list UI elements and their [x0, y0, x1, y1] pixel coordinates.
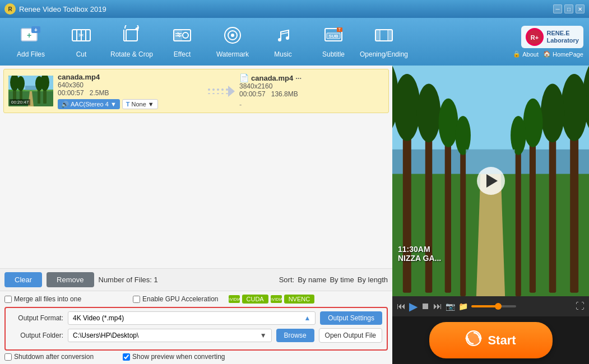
- nvenc-button[interactable]: NVENC: [284, 295, 315, 304]
- effect-icon: [172, 25, 192, 48]
- output-file-icon: 📄: [239, 73, 249, 82]
- toolbar-music[interactable]: Music: [258, 21, 308, 63]
- thumb-inner: 00:20:47: [8, 76, 53, 106]
- toolbar-rotate-crop[interactable]: Rotate & Crop: [106, 21, 157, 63]
- open-output-button[interactable]: Open Output File: [319, 328, 382, 343]
- svg-text:+: +: [27, 31, 31, 40]
- homepage-link[interactable]: 🏠 HomePage: [543, 50, 583, 58]
- input-filename: canada.mp4: [58, 73, 202, 81]
- browse-button[interactable]: Browse: [276, 329, 314, 342]
- toolbar-opening-ending[interactable]: Opening/Ending: [359, 21, 409, 63]
- start-button[interactable]: Start: [429, 322, 553, 358]
- sort-by-time[interactable]: By time: [330, 276, 354, 284]
- start-section: Start: [392, 316, 589, 364]
- svg-point-25: [286, 36, 289, 40]
- left-panel: 00:20:47 canada.mp4 640x360 00:00:57 2.5…: [0, 66, 392, 364]
- watermark-icon: [222, 25, 243, 48]
- about-link[interactable]: 🔒 About: [513, 50, 539, 58]
- preview-checkbox[interactable]: [123, 353, 130, 361]
- fullscreen-button[interactable]: ⛶: [576, 301, 585, 311]
- close-button[interactable]: ✕: [576, 4, 585, 13]
- start-icon: [465, 330, 482, 351]
- cuda-button[interactable]: CUDA: [242, 295, 268, 304]
- shutdown-checkbox[interactable]: [4, 353, 12, 361]
- output-dash: -: [239, 100, 242, 109]
- file-thumbnail: 00:20:47: [8, 76, 53, 106]
- subtitle-label: Subtitle: [322, 50, 345, 58]
- cut-icon: ✂: [71, 25, 91, 48]
- volume-thumb: [495, 303, 502, 310]
- clear-button[interactable]: Clear: [4, 272, 42, 287]
- skip-forward-button[interactable]: ⏭: [433, 301, 442, 311]
- subtitle-t-icon: T: [126, 101, 130, 108]
- toolbar-watermark[interactable]: Watermark: [207, 21, 258, 63]
- gpu-checkbox[interactable]: [133, 296, 140, 303]
- toolbar-cut[interactable]: ✂ Cut: [56, 21, 106, 63]
- output-filename: canada.mp4: [251, 74, 293, 82]
- format-row: Output Format: 4K Video (*.mp4) ▲ Output…: [10, 311, 382, 325]
- maximize-button[interactable]: □: [564, 4, 573, 13]
- svg-point-76: [561, 74, 587, 141]
- minimize-button[interactable]: ─: [553, 4, 562, 13]
- title-bar: R Renee Video Toolbox 2019 ─ □ ✕: [0, 0, 589, 18]
- svg-rect-34: [388, 30, 392, 41]
- format-label: Output Format:: [10, 314, 63, 322]
- skip-back-button[interactable]: ⏮: [397, 301, 406, 311]
- home-icon: 🏠: [543, 50, 551, 58]
- svg-point-24: [278, 38, 281, 41]
- sort-by-length[interactable]: By length: [358, 276, 388, 284]
- overlay-line2: NIZZA GA...: [398, 254, 441, 263]
- merge-checkbox-label[interactable]: Merge all files into one: [4, 295, 81, 303]
- subtitle-select-button[interactable]: T None ▼: [122, 99, 158, 109]
- play-pause-button[interactable]: ▶: [409, 300, 418, 313]
- input-dims: 640x360: [58, 81, 202, 89]
- svg-text:R+: R+: [530, 34, 538, 41]
- output-filename-row: 📄 canada.mp4 ···: [239, 73, 384, 82]
- svg-rect-40: [25, 86, 36, 90]
- svg-point-23: [231, 34, 234, 37]
- file-input-info: canada.mp4 640x360 00:00:57 2.5MB 🔊 AAC(…: [58, 73, 202, 109]
- remove-button[interactable]: Remove: [47, 272, 94, 287]
- audio-select-button[interactable]: 🔊 AAC(Stereo 4 ▼: [58, 99, 120, 109]
- audio-icon: 🔊: [61, 101, 69, 108]
- add-files-label: Add Files: [17, 50, 45, 58]
- bottom-controls: Clear Remove Number of Files: 1 Sort: By…: [0, 268, 392, 291]
- video-overlay-text: 11:30AM NIZZA GA...: [398, 245, 441, 263]
- lock-icon: 🔒: [513, 50, 521, 58]
- sort-label: Sort:: [279, 276, 294, 284]
- output-settings-button[interactable]: Output Settings: [320, 311, 382, 325]
- preview-label[interactable]: Show preview when converting: [123, 353, 225, 361]
- format-select[interactable]: 4K Video (*.mp4) ▲: [68, 311, 316, 325]
- play-icon: [486, 174, 498, 188]
- play-button[interactable]: [477, 167, 505, 195]
- toolbar-right: R+ RENE.ELaboratory 🔒 About 🏠 HomePage: [513, 26, 583, 58]
- music-label: Music: [274, 50, 291, 58]
- effect-label: Effect: [174, 50, 191, 58]
- toolbar-subtitle[interactable]: SUB T Subtitle: [308, 21, 359, 63]
- brand-name: RENE.ELaboratory: [547, 30, 579, 44]
- svg-text:nVIDIA: nVIDIA: [271, 297, 282, 301]
- file-count: Number of Files: 1: [99, 276, 158, 284]
- screenshot-button[interactable]: 📷: [446, 302, 455, 311]
- output-settings-dots[interactable]: ···: [295, 74, 302, 82]
- folder-dropdown-icon: ▼: [260, 332, 267, 339]
- volume-slider[interactable]: [471, 305, 516, 307]
- folder-button[interactable]: 📁: [458, 302, 468, 311]
- stop-button[interactable]: ⏹: [421, 301, 430, 311]
- shutdown-label[interactable]: Shutdown after conversion: [4, 353, 94, 361]
- toolbar-effect[interactable]: Effect: [157, 21, 207, 63]
- merge-checkbox[interactable]: [4, 296, 12, 303]
- format-dropdown-icon: ▲: [304, 314, 310, 322]
- thumb-time: 00:20:47: [10, 99, 30, 105]
- sort-controls: Sort: By name By time By length: [279, 276, 388, 284]
- right-panel: 11:30AM NIZZA GA... ⏮ ▶ ⏹ ⏭ 📷 📁 ⛶: [392, 66, 589, 364]
- overlay-line1: 11:30AM: [398, 245, 441, 254]
- toolbar-links: 🔒 About 🏠 HomePage: [513, 50, 583, 58]
- svg-point-78: [541, 83, 564, 142]
- svg-text:nVIDIA: nVIDIA: [229, 297, 240, 301]
- gpu-checkbox-label[interactable]: Enable GPU Acceleration: [133, 295, 218, 303]
- folder-select[interactable]: C:\Users\HP\Desktop\ ▼: [68, 329, 272, 342]
- svg-marker-53: [228, 86, 235, 97]
- toolbar-add-files[interactable]: + + Add Files: [6, 21, 56, 63]
- sort-by-name[interactable]: By name: [298, 276, 326, 284]
